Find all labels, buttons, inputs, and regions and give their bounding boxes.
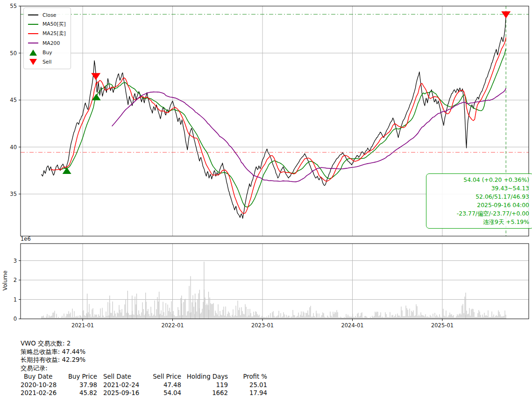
volume-bar xyxy=(75,317,75,319)
volume-bar xyxy=(237,301,238,319)
volume-bar xyxy=(413,310,413,319)
volume-bar xyxy=(314,316,314,319)
info-box-line: 52.06/51.17/46.93 xyxy=(429,193,529,201)
volume-bar xyxy=(390,317,391,319)
volume-bar xyxy=(224,316,225,319)
legend-line-swatch xyxy=(28,14,39,15)
volume-bar xyxy=(144,315,144,319)
volume-bar-spike xyxy=(145,293,146,319)
volume-bar xyxy=(402,310,402,319)
volume-bar-spike xyxy=(128,291,128,319)
volume-bar xyxy=(461,306,462,319)
legend-label: MA50[买] xyxy=(43,21,66,28)
volume-bar xyxy=(62,316,62,319)
volume-bar xyxy=(288,316,288,319)
trades-table-cell: 2020-10-28 xyxy=(21,381,64,389)
volume-bar xyxy=(400,317,400,319)
volume-bar xyxy=(322,312,323,319)
volume-bar xyxy=(95,315,96,319)
volume-bar xyxy=(489,317,489,319)
volume-bar xyxy=(497,316,497,319)
volume-bar xyxy=(169,308,170,319)
volume-bar xyxy=(41,317,42,319)
volume-bar-spike xyxy=(195,294,195,319)
volume-bar xyxy=(166,316,167,319)
volume-bar xyxy=(56,314,57,319)
volume-bar xyxy=(163,312,164,319)
volume-bar xyxy=(211,304,212,319)
volume-bar xyxy=(192,302,192,319)
volume-bar-spike xyxy=(465,293,466,319)
volume-bar xyxy=(50,317,50,319)
volume-bar xyxy=(151,313,152,319)
volume-bar xyxy=(415,316,415,319)
volume-bar xyxy=(66,314,67,319)
volume-bar xyxy=(207,305,208,319)
volume-bar-spike xyxy=(159,292,159,319)
volume-bar xyxy=(303,311,303,319)
volume-bar xyxy=(336,310,337,319)
volume-bar xyxy=(68,311,69,319)
volume-bar xyxy=(404,316,404,319)
volume-bar xyxy=(277,317,277,319)
volume-bar xyxy=(354,317,355,319)
legend-label: MA200 xyxy=(43,40,60,46)
volume-bar xyxy=(364,316,365,319)
sell-marker xyxy=(501,11,511,18)
price-axis-tick-label: 55 xyxy=(0,2,17,10)
volume-bar xyxy=(58,317,58,319)
volume-bar xyxy=(219,316,219,319)
volume-bar xyxy=(284,314,284,319)
volume-bar xyxy=(235,306,236,319)
volume-bar xyxy=(414,316,414,319)
volume-bar xyxy=(99,316,99,319)
volume-bar xyxy=(464,296,465,319)
volume-bar xyxy=(372,316,372,319)
volume-bar xyxy=(478,310,479,319)
volume-bar xyxy=(273,311,273,319)
volume-bar xyxy=(302,316,302,319)
volume-bar xyxy=(348,315,348,319)
volume-bar-spike xyxy=(208,292,209,319)
volume-bar xyxy=(277,315,278,319)
volume-bar xyxy=(307,310,308,319)
volume-bar xyxy=(157,297,157,319)
volume-bar xyxy=(234,315,235,319)
volume-bar xyxy=(85,316,85,319)
stats-block: VWO 交易次数: 2 策略总收益率: 47.44% 长期持有收益: 42.29… xyxy=(21,339,267,397)
volume-bar xyxy=(141,312,142,319)
volume-bar xyxy=(403,316,403,319)
volume-bar xyxy=(193,307,194,319)
volume-bar xyxy=(84,315,85,319)
volume-bar xyxy=(404,316,405,319)
volume-bar xyxy=(289,316,289,319)
volume-bar xyxy=(243,314,243,319)
volume-bar xyxy=(248,309,248,319)
volume-bar xyxy=(495,316,496,319)
volume-bar xyxy=(484,313,484,319)
volume-bar xyxy=(230,316,230,319)
volume-bar-spike xyxy=(109,295,110,319)
trades-table-header-cell: Profit % xyxy=(228,373,267,381)
volume-bar xyxy=(79,315,80,319)
volume-bar xyxy=(108,316,109,319)
volume-bar xyxy=(390,312,390,319)
volume-bar xyxy=(274,316,274,319)
volume-bar xyxy=(83,310,84,319)
volume-bar xyxy=(121,309,122,319)
volume-bar xyxy=(347,317,347,319)
volume-bar xyxy=(487,316,487,319)
volume-bar xyxy=(177,316,177,319)
volume-bar xyxy=(248,316,249,319)
volume-bar xyxy=(399,316,399,319)
volume-bar-spike xyxy=(190,276,191,319)
volume-bar xyxy=(121,312,121,319)
volume-bar xyxy=(180,298,181,319)
volume-bar xyxy=(306,313,307,319)
volume-bar xyxy=(502,317,502,319)
volume-bar xyxy=(147,311,147,319)
trades-table-header-cell: Sell Price xyxy=(146,373,181,381)
volume-bar xyxy=(305,313,306,319)
volume-bar xyxy=(50,316,51,319)
volume-bar xyxy=(419,315,419,319)
